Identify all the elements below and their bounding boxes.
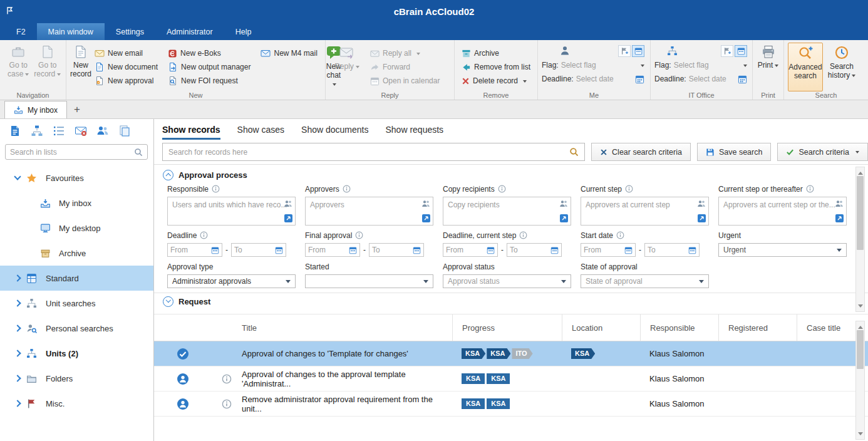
start-date-to-field[interactable]: To (644, 243, 700, 257)
new-eboks-button[interactable]: New e-Boks (165, 46, 254, 60)
new-email-button[interactable]: New email (91, 46, 161, 60)
info-icon[interactable] (355, 231, 363, 239)
reply-button[interactable]: Reply (329, 43, 364, 71)
goto-record-button[interactable]: Go to record (33, 43, 63, 79)
contacts-view-icon[interactable] (95, 123, 110, 138)
deadline-value[interactable]: Select date (689, 75, 726, 83)
archive-button[interactable]: Archive (458, 46, 534, 60)
flag-value[interactable]: Select flag (561, 61, 596, 70)
menu-f2[interactable]: F2 (5, 23, 37, 40)
tree-item-archive[interactable]: Archive (0, 241, 153, 266)
sidebar-search-input[interactable] (10, 148, 134, 157)
print-button[interactable]: Print (757, 43, 780, 70)
section-approval-process[interactable]: Approval process (154, 167, 868, 184)
tree-item-misc[interactable]: Misc. (0, 391, 153, 416)
open-in-calendar-button[interactable]: Open in calendar (367, 74, 443, 88)
tree-item-standard[interactable]: Standard (0, 266, 153, 291)
quick-flag-button[interactable] (721, 45, 733, 57)
column-header-registered[interactable]: Registered (718, 314, 797, 341)
pages-view-icon[interactable] (117, 123, 132, 138)
column-header-location[interactable]: Location (562, 314, 640, 341)
people-picker-icon[interactable] (835, 200, 844, 207)
mail-filter-icon[interactable] (73, 123, 88, 138)
final-approval-to-field[interactable]: To (369, 243, 424, 257)
calendar-icon[interactable] (211, 246, 219, 254)
deadline-to-field[interactable]: To (231, 243, 286, 257)
table-row[interactable]: Approval of changes to 'Template for cha… (154, 341, 868, 366)
tab-show-cases[interactable]: Show cases (237, 125, 284, 140)
chevron-down-icon[interactable] (14, 173, 21, 180)
calendar-icon[interactable] (635, 75, 644, 84)
table-row[interactable]: Approval of changes to the approval temp… (154, 366, 868, 392)
chevron-right-icon[interactable] (14, 324, 21, 331)
info-icon[interactable] (616, 231, 624, 239)
collapse-icon[interactable] (163, 170, 173, 180)
chevron-right-icon[interactable] (14, 299, 21, 306)
open-picker-icon[interactable] (835, 214, 844, 222)
table-row[interactable]: Remove administrator approval requiremen… (154, 392, 868, 417)
quick-deadline-button[interactable] (735, 45, 747, 57)
new-m4-mail-button[interactable]: New M4 mail (257, 46, 320, 60)
scroll-down-button[interactable] (858, 430, 863, 439)
urgent-dropdown[interactable]: Urgent (718, 243, 847, 257)
menu-settings[interactable]: Settings (105, 23, 155, 40)
info-icon[interactable] (200, 231, 208, 239)
tree-item-unit-searches[interactable]: Unit searches (0, 291, 153, 316)
calendar-icon[interactable] (413, 246, 421, 254)
goto-case-button[interactable]: Go to case (4, 43, 33, 79)
scroll-up-button[interactable] (858, 167, 863, 176)
tree-item-favourites[interactable]: Favourites (0, 165, 153, 190)
hierarchy-view-icon[interactable] (29, 123, 44, 138)
column-header-progress[interactable]: Progress (452, 314, 562, 341)
chevron-right-icon[interactable] (14, 350, 21, 356)
info-icon[interactable] (343, 185, 351, 193)
deadline-current-step-to-field[interactable]: To (507, 243, 562, 257)
search-history-button[interactable]: Search history (824, 43, 859, 80)
current-step-or-thereafter-field[interactable]: Approvers at current step or the... (718, 197, 847, 226)
new-approval-button[interactable]: New approval (91, 74, 161, 88)
start-date-from-field[interactable]: From (581, 243, 636, 257)
info-icon[interactable] (212, 185, 220, 193)
flag-value[interactable]: Select flag (674, 61, 709, 70)
new-output-manager-button[interactable]: New output manager (165, 60, 254, 74)
dropdown-arrow-icon[interactable] (743, 65, 747, 69)
tab-show-documents[interactable]: Show documents (301, 125, 368, 140)
approval-type-dropdown[interactable]: Administrator approvals (167, 274, 296, 288)
new-foi-request-button[interactable]: New FOI request (165, 74, 254, 88)
tree-item-folders[interactable]: Folders (0, 366, 153, 391)
info-icon[interactable] (222, 374, 232, 384)
section-request[interactable]: Request (154, 293, 868, 309)
status-column-header[interactable] (154, 314, 212, 341)
info-icon[interactable] (806, 185, 814, 193)
save-search-button[interactable]: Save search (697, 143, 771, 161)
calendar-icon[interactable] (738, 75, 747, 84)
column-header-title[interactable]: Title (242, 314, 452, 341)
calendar-icon[interactable] (624, 246, 633, 254)
scroll-up-button[interactable] (858, 321, 863, 330)
scrollbar-thumb[interactable] (857, 330, 864, 369)
people-picker-icon[interactable] (697, 200, 706, 207)
menu-administrator[interactable]: Administrator (155, 23, 224, 40)
open-picker-icon[interactable] (422, 214, 430, 222)
tree-item-my-desktop[interactable]: My desktop (0, 215, 153, 241)
menu-main-window[interactable]: Main window (37, 23, 105, 40)
final-approval-from-field[interactable]: From (305, 243, 360, 257)
approvers-field[interactable]: Approvers (305, 197, 433, 226)
deadline-current-step-from-field[interactable]: From (443, 243, 498, 257)
people-picker-icon[interactable] (421, 200, 430, 207)
new-record-button[interactable]: New record (70, 43, 91, 79)
scroll-down-button[interactable] (858, 303, 863, 311)
clear-search-criteria-button[interactable]: Clear search criteria (591, 143, 691, 161)
state-of-approval-dropdown[interactable]: State of approval (581, 274, 709, 288)
info-icon[interactable] (519, 231, 527, 239)
chevron-right-icon[interactable] (14, 375, 21, 381)
open-picker-icon[interactable] (560, 214, 568, 222)
menu-help[interactable]: Help (224, 23, 263, 40)
app-icon[interactable] (6, 6, 14, 15)
search-criteria-button[interactable]: Search criteria (777, 143, 868, 161)
approval-status-dropdown[interactable]: Approval status (443, 274, 571, 288)
open-picker-icon[interactable] (284, 214, 292, 222)
records-view-icon[interactable] (8, 123, 23, 138)
calendar-icon[interactable] (550, 246, 559, 254)
expand-icon[interactable] (163, 296, 173, 307)
